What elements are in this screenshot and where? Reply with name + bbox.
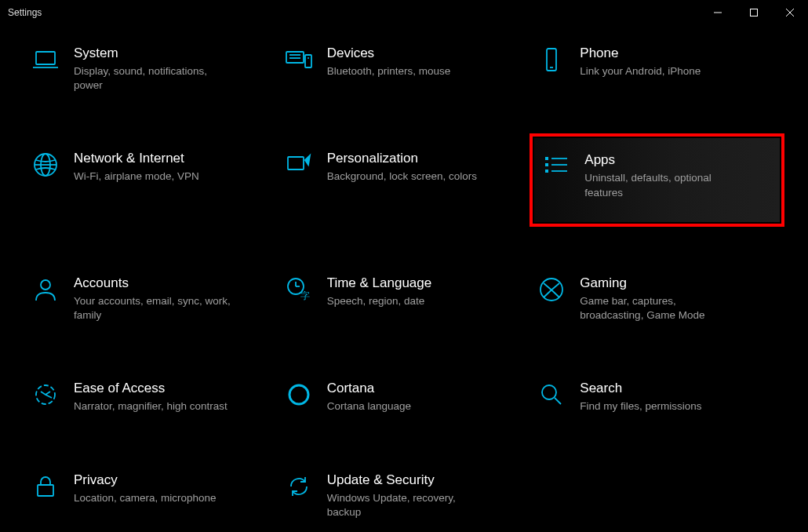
update-icon [285,472,313,501]
svg-rect-17 [545,157,548,160]
tile-title: Phone [580,46,777,61]
tile-title: Ease of Access [74,381,271,396]
tile-subtitle: Speech, region, date [327,294,484,308]
keyboard-icon [285,46,313,74]
tile-text: CortanaCortana language [327,381,524,414]
tile-ease-of-access[interactable]: Ease of AccessNarrator, magnifier, high … [28,376,274,418]
svg-rect-6 [286,52,304,63]
svg-rect-19 [545,169,548,173]
tile-subtitle: Narrator, magnifier, high contrast [74,399,231,414]
tile-text: SearchFind my files, permissions [580,381,777,414]
tile-subtitle: Game bar, captures, broadcasting, Game M… [580,294,737,322]
tile-privacy[interactable]: PrivacyLocation, camera, microphone [28,468,274,524]
tile-title: Apps [584,152,772,168]
tile-search[interactable]: SearchFind my files, permissions [534,376,780,418]
tile-subtitle: Find my files, permissions [580,399,737,414]
svg-rect-18 [545,163,548,166]
window-title: Settings [8,7,42,18]
tile-text: SystemDisplay, sound, notifications, pow… [74,46,271,93]
tile-phone[interactable]: PhoneLink your Android, iPhone [534,41,780,97]
tile-personalization[interactable]: PersonalizationBackground, lock screen, … [282,146,527,221]
tile-text: PhoneLink your Android, iPhone [580,46,777,78]
tile-text: Network & InternetWi-Fi, airplane mode, … [74,151,271,184]
time-lang-icon: 字 [285,275,313,304]
tile-subtitle: Wi-Fi, airplane mode, VPN [74,169,231,184]
minimize-icon [714,9,722,16]
maximize-button[interactable] [736,0,772,25]
ease-icon [31,381,60,409]
settings-content: SystemDisplay, sound, notifications, pow… [0,25,808,532]
svg-point-23 [41,280,50,290]
minimize-button[interactable] [700,0,736,25]
tile-text: GamingGame bar, captures, broadcasting, … [580,275,777,322]
svg-text:字: 字 [300,290,310,301]
tile-title: Accounts [74,275,271,291]
svg-rect-1 [751,9,758,16]
apps-icon [542,152,570,180]
person-icon [31,275,60,304]
laptop-icon [31,46,60,74]
tile-subtitle: Background, lock screen, colors [327,169,484,184]
close-icon [786,9,794,16]
tile-title: System [74,46,271,61]
tile-cortana[interactable]: CortanaCortana language [282,376,527,418]
tile-title: Gaming [580,275,777,291]
tile-time-language[interactable]: 字Time & LanguageSpeech, region, date [282,271,527,327]
tile-title: Personalization [327,151,524,166]
svg-rect-7 [305,55,311,67]
tile-text: Time & LanguageSpeech, region, date [327,275,524,308]
tile-gaming[interactable]: GamingGame bar, captures, broadcasting, … [534,271,780,327]
tile-subtitle: Your accounts, email, sync, work, family [74,294,231,322]
tile-system[interactable]: SystemDisplay, sound, notifications, pow… [28,41,274,97]
svg-point-31 [542,385,556,399]
tile-title: Update & Security [327,472,524,488]
svg-rect-4 [36,52,55,64]
svg-point-30 [289,385,308,404]
tile-text: Update & SecurityWindows Update, recover… [327,472,524,519]
cortana-icon [285,381,313,409]
tile-subtitle: Windows Update, recovery, backup [327,491,484,519]
close-button[interactable] [772,0,808,25]
search-icon [537,381,566,409]
phone-icon [537,46,566,74]
tile-subtitle: Display, sound, notifications, power [74,64,231,93]
tile-subtitle: Cortana language [327,399,484,414]
tile-apps[interactable]: AppsUninstall, defaults, optional featur… [534,138,780,221]
tile-text: AppsUninstall, defaults, optional featur… [584,152,772,199]
tile-update-security[interactable]: Update & SecurityWindows Update, recover… [282,468,527,524]
tile-accounts[interactable]: AccountsYour accounts, email, sync, work… [28,271,274,327]
lock-icon [31,472,60,501]
tile-title: Search [580,381,777,396]
tile-text: PersonalizationBackground, lock screen, … [327,151,524,184]
tile-text: PrivacyLocation, camera, microphone [74,472,271,505]
titlebar: Settings [0,0,808,25]
tile-text: DevicesBluetooth, printers, mouse [327,46,524,78]
maximize-icon [750,9,758,16]
tile-title: Privacy [74,472,271,488]
tile-text: AccountsYour accounts, email, sync, work… [74,275,271,322]
svg-rect-16 [288,157,304,169]
tile-devices[interactable]: DevicesBluetooth, printers, mouse [282,41,527,97]
tile-subtitle: Link your Android, iPhone [580,64,737,78]
brush-icon [285,151,313,179]
globe-icon [31,151,60,179]
window-controls [700,0,808,25]
svg-line-32 [555,398,561,404]
tile-title: Devices [327,46,524,61]
svg-point-10 [308,57,309,59]
tile-title: Time & Language [327,275,524,291]
tile-subtitle: Bluetooth, printers, mouse [327,64,484,78]
tile-text: Ease of AccessNarrator, magnifier, high … [74,381,271,414]
tile-subtitle: Uninstall, defaults, optional features [584,171,741,199]
svg-rect-33 [38,485,53,496]
settings-grid: SystemDisplay, sound, notifications, pow… [28,41,780,524]
xbox-icon [537,275,566,304]
tile-network-internet[interactable]: Network & InternetWi-Fi, airplane mode, … [28,146,274,221]
tile-title: Network & Internet [74,151,271,166]
tile-subtitle: Location, camera, microphone [74,491,231,505]
tile-title: Cortana [327,381,524,396]
